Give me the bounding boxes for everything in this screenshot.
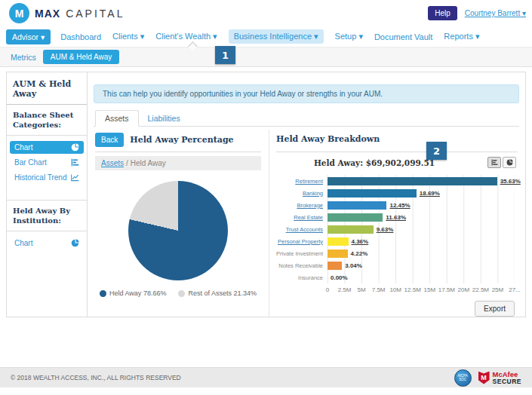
breadcrumb-active-pill[interactable]: AUM & Held Away — [43, 50, 120, 64]
breakdown-subheader: Held Away: $69,902,099.51 — [276, 156, 518, 173]
sidebar-item-chart[interactable]: Chart — [10, 237, 84, 250]
advisor-menu-button[interactable]: Advisor ▾ — [6, 29, 51, 44]
pie-chart-icon — [71, 239, 79, 247]
x-axis: 02.5M5M7.5M10M12.5M15M17.5M20M22.5M25M27… — [328, 283, 515, 295]
brand-logo[interactable]: M MAX CAPITAL — [9, 3, 125, 23]
breadcrumb-metrics-link[interactable]: Metrics — [11, 53, 36, 62]
user-menu[interactable]: Courtney Barrett ▾ — [465, 9, 526, 17]
help-button[interactable]: Help — [428, 6, 457, 20]
sidebar-item-chart[interactable]: Chart — [10, 141, 84, 154]
bar-track-real-estate: 11.63% — [328, 211, 515, 223]
brand-logo-icon: M — [9, 3, 29, 23]
sidebar-list-balance-sheet: ChartBar ChartHistorical Trend — [7, 136, 87, 189]
app-header: M MAX CAPITAL Help Courtney Barrett ▾ — [0, 0, 532, 27]
bar-value-brokerage[interactable]: 12.45% — [389, 202, 410, 209]
bar-label-retirement[interactable]: Retirement — [276, 178, 328, 185]
x-tick-17-5m: 17.5M — [438, 286, 455, 293]
chart-panels: Back Held Away Percentage Assets/Held Aw… — [94, 130, 519, 317]
sidebar-item-historical-trend[interactable]: Historical Trend — [10, 171, 84, 184]
assets-liabilities-tabs: AssetsLiabilities — [94, 110, 519, 127]
nav-item-business-intelligence[interactable]: Business Intelligence ▾ — [229, 29, 324, 44]
chevron-down-icon: ▾ — [522, 9, 526, 17]
primary-nav: Advisor ▾ DashboardClients ▾Client's Wea… — [0, 27, 532, 46]
bar-label-brokerage[interactable]: Brokerage — [276, 202, 328, 209]
bar-row-personal-property: Personal Property4.36% — [276, 235, 515, 247]
bar-brokerage[interactable] — [328, 201, 386, 210]
main-panel: AUM & Held Away Balance Sheet Categories… — [6, 72, 526, 317]
legend-held-away: Held Away 78.66% — [100, 289, 166, 297]
held-away-breakdown-panel: Held Away Breakdown Held Away: $69,902,0… — [269, 130, 519, 317]
user-name: Courtney Barrett — [465, 9, 520, 17]
x-tick-22-5m: 22.5M — [472, 286, 489, 293]
bar-trust-accounts[interactable] — [328, 225, 374, 234]
export-button[interactable]: Export — [475, 301, 515, 317]
back-button[interactable]: Back — [95, 133, 124, 147]
nav-item-dashboard[interactable]: Dashboard — [60, 32, 101, 41]
held-away-pie-chart[interactable] — [128, 181, 228, 280]
bar-label-real-estate[interactable]: Real Estate — [276, 214, 328, 221]
held-away-percentage-title: Held Away Percentage — [130, 135, 233, 145]
sidebar-item-label: Chart — [14, 239, 32, 247]
bar-real-estate[interactable] — [328, 213, 383, 222]
bar-track-banking: 18.69% — [328, 187, 515, 199]
nav-item-document-vault[interactable]: Document Vault — [374, 32, 432, 41]
bar-row-trust-accounts: Trust Accounts9.63% — [276, 223, 515, 235]
x-tick-12-5m: 12.5M — [404, 286, 421, 293]
toggle-pie-chart[interactable] — [503, 157, 516, 168]
mcafee-shield-icon: M — [478, 372, 490, 384]
nav-item-clients[interactable]: Clients ▾ — [112, 32, 144, 41]
bar-value-insurance: 0.00% — [331, 274, 348, 281]
info-banner: This can help you identify opportunities… — [94, 84, 519, 103]
header-actions: Help Courtney Barrett ▾ — [428, 6, 526, 20]
legend-dot-icon — [100, 290, 106, 297]
annotation-badge-1: 1 — [215, 46, 235, 64]
tab-liabilities[interactable]: Liabilities — [139, 111, 189, 126]
bar-notes-receivable[interactable] — [328, 262, 342, 270]
aicpa-soc-badge[interactable]: AICPA SOC — [454, 369, 472, 387]
bar-value-trust-accounts[interactable]: 9.63% — [377, 226, 394, 233]
pie-chart-icon — [71, 143, 79, 152]
sidebar-section-balance-sheet: Balance Sheet Categories: — [7, 105, 87, 136]
legend-rest-of-assets: Rest of Assets 21.34% — [178, 289, 257, 297]
nav-item-reports[interactable]: Reports ▾ — [444, 32, 479, 41]
export-row: Export — [276, 301, 518, 317]
bar-label-trust-accounts[interactable]: Trust Accounts — [276, 226, 328, 233]
sidebar-item-label: Historical Trend — [14, 173, 66, 182]
soc-label: SOC — [459, 378, 466, 381]
x-tick-27: 27... — [509, 286, 521, 293]
bar-value-real-estate[interactable]: 11.63% — [386, 214, 406, 221]
chevron-down-icon: ▾ — [41, 32, 45, 41]
bar-row-real-estate: Real Estate11.63% — [276, 211, 515, 223]
tab-assets[interactable]: Assets — [95, 110, 139, 127]
app-window: M MAX CAPITAL Help Courtney Barrett ▾ Ad… — [0, 0, 532, 395]
pie-legend: Held Away 78.66%Rest of Assets 21.34% — [95, 289, 261, 297]
mcafee-secure-badge[interactable]: M McAfee SECURE — [478, 371, 521, 384]
bar-label-banking[interactable]: Banking — [276, 190, 328, 197]
bar-value-notes-receivable: 3.04% — [345, 262, 362, 269]
legend-dot-icon — [178, 290, 185, 297]
brand-name-light: CAPITAL — [66, 8, 125, 20]
bar-row-notes-receivable: Notes Receivable3.04% — [276, 259, 515, 271]
legend-label: Rest of Assets 21.34% — [188, 289, 257, 297]
bar-retirement[interactable] — [328, 177, 497, 185]
bar-value-banking[interactable]: 18.69% — [420, 190, 440, 197]
held-away-bar-chart: Retirement35.63%Banking18.69%Brokerage12… — [276, 175, 518, 295]
sidebar-section-held-away-by-institution: Held Away By Institution: — [7, 200, 87, 231]
sidebar-item-bar-chart[interactable]: Bar Chart — [10, 156, 84, 169]
bar-row-insurance: Insurance0.00% — [276, 271, 515, 283]
bar-private-investment[interactable] — [328, 250, 348, 258]
bar-value-retirement[interactable]: 35.63% — [500, 178, 521, 185]
bar-personal-property[interactable] — [328, 237, 349, 246]
bar-row-banking: Banking18.69% — [276, 187, 515, 199]
nav-item-setup[interactable]: Setup ▾ — [335, 32, 363, 41]
assets-drilldown-link[interactable]: Assets — [101, 159, 124, 167]
bar-banking[interactable] — [328, 189, 417, 198]
bar-label-personal-property[interactable]: Personal Property — [276, 238, 328, 245]
toggle-bar-chart[interactable] — [487, 157, 501, 168]
bar-track-private-investment: 4.22% — [328, 247, 515, 259]
brand-name-bold: MAX — [35, 8, 60, 20]
nav-item-client-s-wealth[interactable]: Client's Wealth ▾ — [155, 32, 217, 41]
divider — [276, 152, 518, 152]
bar-value-personal-property[interactable]: 4.36% — [352, 238, 369, 245]
held-away-percentage-panel: Back Held Away Percentage Assets/Held Aw… — [94, 130, 263, 317]
